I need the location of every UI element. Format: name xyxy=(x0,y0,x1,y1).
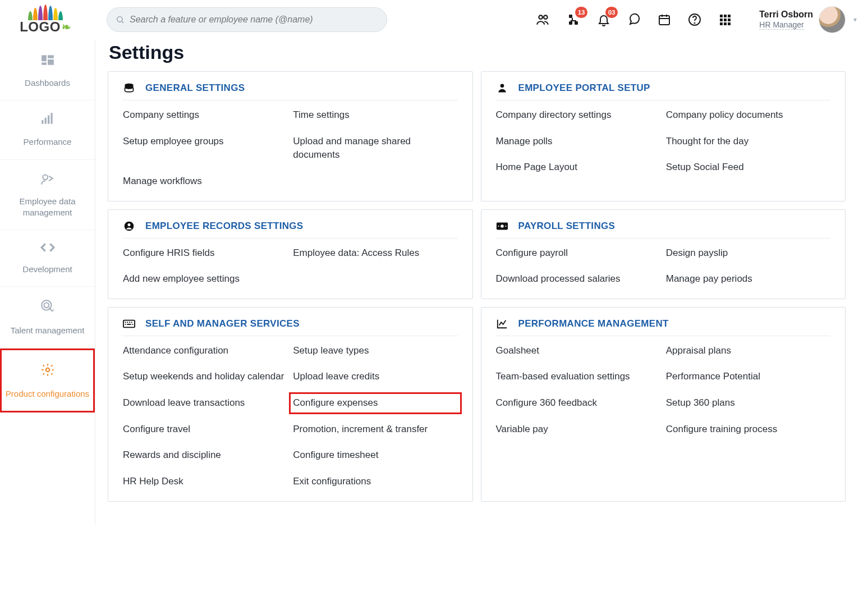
svg-rect-50 xyxy=(127,324,131,325)
svg-rect-18 xyxy=(720,19,723,21)
link-time-settings[interactable]: Time settings xyxy=(293,108,457,122)
svg-point-14 xyxy=(695,23,695,24)
search-input[interactable] xyxy=(107,7,387,32)
card-title: EMPLOYEE RECORDS SETTINGS xyxy=(145,221,303,232)
sidebar-item-dashboards[interactable]: Dashboards xyxy=(0,42,95,100)
link-perf-potential[interactable]: Performance Potential xyxy=(666,370,830,384)
bars-icon xyxy=(40,113,55,131)
card-title: EMPLOYEE PORTAL SETUP xyxy=(518,82,650,94)
link-360-feedback[interactable]: Configure 360 feedback xyxy=(496,396,660,410)
sidebar-item-label: Performance xyxy=(24,136,72,148)
link-pay-periods[interactable]: Manage pay periods xyxy=(666,272,830,286)
link-manage-polls[interactable]: Manage polls xyxy=(496,135,660,149)
sidebar-item-talent[interactable]: Talent management xyxy=(0,286,95,348)
sidebar-item-performance[interactable]: Performance xyxy=(0,100,95,159)
link-hr-help-desk[interactable]: HR Help Desk xyxy=(123,475,287,489)
main-content: Settings GENERAL SETTINGS Company settin… xyxy=(95,39,868,524)
link-configure-payroll[interactable]: Configure payroll xyxy=(496,246,660,260)
user-menu[interactable]: Terri Osborn HR Manager ▾ xyxy=(759,6,857,33)
chevron-down-icon: ▾ xyxy=(853,16,857,24)
link-weekends-holiday[interactable]: Setup weekends and holiday calendar xyxy=(123,370,287,384)
link-goalsheet[interactable]: Goalsheet xyxy=(496,344,660,358)
search-container xyxy=(107,7,387,32)
svg-rect-30 xyxy=(48,116,49,124)
link-manage-workflows[interactable]: Manage workflows xyxy=(123,175,287,189)
link-design-payslip[interactable]: Design payslip xyxy=(666,246,830,260)
avatar[interactable] xyxy=(819,6,846,33)
link-shared-documents[interactable]: Upload and manage shared documents xyxy=(293,135,457,162)
link-access-rules[interactable]: Employee data: Access Rules xyxy=(293,246,457,260)
svg-rect-49 xyxy=(125,324,126,325)
link-configure-travel[interactable]: Configure travel xyxy=(123,423,287,437)
svg-rect-28 xyxy=(42,120,43,124)
svg-rect-16 xyxy=(724,15,727,17)
sidebar-item-label: Development xyxy=(22,264,72,275)
link-360-plans[interactable]: Setup 360 plans xyxy=(666,396,830,410)
gear-icon xyxy=(40,363,55,383)
link-attendance-config[interactable]: Attendance configuration xyxy=(123,344,287,358)
org-chart-icon[interactable]: 13 xyxy=(566,12,581,27)
svg-rect-29 xyxy=(44,118,46,124)
card-title: PAYROLL SETTINGS xyxy=(518,221,616,232)
svg-rect-31 xyxy=(50,113,52,124)
link-team-eval[interactable]: Team-based evaluation settings xyxy=(496,370,660,384)
link-download-salaries[interactable]: Download processed salaries xyxy=(496,272,660,286)
card-payroll: PAYROLL SETTINGS Configure payroll Desig… xyxy=(481,209,846,299)
link-home-layout[interactable]: Home Page Layout xyxy=(496,161,660,175)
svg-rect-6 xyxy=(575,21,578,25)
svg-rect-27 xyxy=(42,62,47,65)
svg-point-39 xyxy=(128,223,131,226)
sidebar-item-development[interactable]: Development xyxy=(0,230,95,286)
link-directory-settings[interactable]: Company directory settings xyxy=(496,108,660,122)
link-configure-expenses[interactable]: Configure expenses xyxy=(293,396,457,410)
logo-text: LOGO xyxy=(20,19,61,35)
link-thought-day[interactable]: Thought for the day xyxy=(666,135,830,149)
chart-icon xyxy=(496,318,508,330)
link-appraisal-plans[interactable]: Appraisal plans xyxy=(666,344,830,358)
svg-rect-24 xyxy=(42,55,47,61)
link-policy-documents[interactable]: Company policy documents xyxy=(666,108,830,122)
svg-point-41 xyxy=(500,224,504,228)
people-icon[interactable] xyxy=(536,12,550,27)
svg-rect-45 xyxy=(125,322,126,323)
link-hris-fields[interactable]: Configure HRIS fields xyxy=(123,246,287,260)
link-exit-config[interactable]: Exit configurations xyxy=(293,475,457,489)
calendar-icon[interactable] xyxy=(657,12,672,27)
sidebar-item-product-config[interactable]: Product configurations xyxy=(0,349,95,412)
bell-badge: 03 xyxy=(605,7,618,18)
bell-icon[interactable]: 03 xyxy=(596,12,611,27)
link-leave-types[interactable]: Setup leave types xyxy=(293,344,457,358)
dashboard-icon xyxy=(40,54,55,72)
apps-icon[interactable] xyxy=(718,12,732,27)
link-training-process[interactable]: Configure training process xyxy=(666,423,830,437)
help-icon[interactable] xyxy=(687,12,702,27)
svg-point-43 xyxy=(505,225,506,226)
link-download-leave-tx[interactable]: Download leave transactions xyxy=(123,396,287,410)
svg-point-32 xyxy=(43,175,48,180)
svg-rect-4 xyxy=(569,15,572,18)
link-promotion-transfer[interactable]: Promotion, increment & transfer xyxy=(293,423,457,437)
svg-rect-25 xyxy=(48,55,54,58)
chat-icon[interactable] xyxy=(627,12,641,27)
sidebar-item-label: Product configurations xyxy=(6,388,89,400)
svg-line-1 xyxy=(122,21,123,23)
svg-rect-46 xyxy=(127,322,128,323)
sidebar-item-employee-data[interactable]: Employee data management xyxy=(0,160,95,231)
person-icon xyxy=(496,82,508,94)
link-social-feed[interactable]: Setup Social Feed xyxy=(666,161,830,175)
link-configure-timesheet[interactable]: Configure timesheet xyxy=(293,448,457,462)
link-new-employee-settings[interactable]: Add new employee settings xyxy=(123,272,287,286)
svg-rect-26 xyxy=(48,59,54,65)
link-variable-pay[interactable]: Variable pay xyxy=(496,423,660,437)
link-company-settings[interactable]: Company settings xyxy=(123,108,287,122)
svg-rect-20 xyxy=(728,19,731,21)
svg-rect-9 xyxy=(659,16,669,25)
svg-rect-19 xyxy=(724,19,727,21)
target-icon xyxy=(40,299,55,319)
link-upload-leave-credits[interactable]: Upload leave credits xyxy=(293,370,457,384)
page-title: Settings xyxy=(109,42,846,63)
link-rewards-discipline[interactable]: Rewards and discipline xyxy=(123,448,287,462)
svg-rect-8 xyxy=(571,20,576,21)
logo[interactable]: LOGO ❧ xyxy=(9,2,82,38)
link-employee-groups[interactable]: Setup employee groups xyxy=(123,135,287,162)
